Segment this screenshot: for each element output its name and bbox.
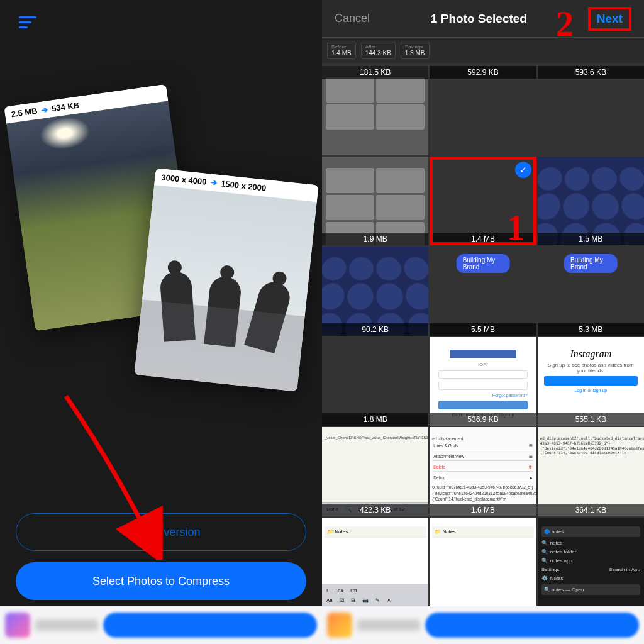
photo-cell[interactable]: 592.9 KB bbox=[430, 66, 536, 155]
photo-grid[interactable]: 181.5 KB 592.9 KB 593.6 KB 1.9 MB ✓ bbox=[322, 66, 644, 606]
photo-cell[interactable]: ed_displacement Lines & Grids⊞ Attachmen… bbox=[430, 427, 536, 516]
photo-cell[interactable]: 1.5 MB bbox=[538, 157, 644, 246]
photo-size: 555.1 KB bbox=[538, 413, 644, 426]
info-before: 1.4 MB bbox=[331, 50, 352, 57]
photo-size: 1.5 MB bbox=[538, 233, 644, 245]
selection-title: 1 Photo Selected bbox=[431, 12, 527, 26]
get-pro-button[interactable]: Get Pro version bbox=[16, 513, 306, 551]
example-card-dimensions: 3000 x 4000 ➔ 1500 x 2000 bbox=[134, 168, 318, 391]
photo-cell[interactable]: 📁 Notes Aa☑⊞📷✎✕ ITheI'm bbox=[322, 518, 428, 607]
photo-size: 593.6 KB bbox=[538, 66, 644, 79]
compression-info-bar: Before1.4 MB After144.3 KB Savings1.3 MB bbox=[322, 38, 644, 63]
card1-before: 2.5 MB bbox=[11, 106, 38, 119]
arrow-right-icon: ➔ bbox=[210, 178, 218, 188]
photo-size: 422.3 KB bbox=[322, 504, 428, 516]
photo-size: 592.9 KB bbox=[430, 66, 536, 79]
photo-size: 5.3 MB bbox=[538, 323, 644, 336]
next-button[interactable]: Next bbox=[597, 12, 623, 25]
photo-cell[interactable]: OR Forgot password? Don't have an accoun… bbox=[430, 337, 536, 426]
photo-cell[interactable]: 1.9 MB bbox=[322, 157, 428, 246]
info-savings: 1.3 MB bbox=[405, 50, 425, 57]
left-header bbox=[0, 0, 322, 44]
photo-size: 536.9 KB bbox=[430, 413, 536, 426]
photo-cell[interactable]: 1.8 MB bbox=[322, 337, 428, 426]
info-after: 144.3 KB bbox=[365, 50, 391, 57]
annotation-box-next: Next bbox=[588, 7, 631, 31]
photo-cell[interactable]: _value_ChemID":8.40,"last_value_Chemical… bbox=[322, 427, 428, 516]
photo-cell[interactable]: Instagram Sign up to see photos and vide… bbox=[538, 337, 644, 426]
photo-size: 364.1 KB bbox=[538, 504, 644, 516]
arrow-right-icon: ➔ bbox=[40, 104, 48, 114]
photo-cell[interactable]: Building My Brand 5.5 MB bbox=[430, 247, 536, 336]
card2-after: 1500 x 2000 bbox=[220, 179, 266, 192]
photo-picker-screen: Cancel 1 Photo Selected Next 2 Before1.4… bbox=[322, 0, 644, 644]
annotation-step-2: 2 bbox=[556, 4, 574, 44]
select-photos-button[interactable]: Select Photos to Compress bbox=[16, 562, 306, 600]
hero-illustration: 2.5 MB ➔ 534 KB 3000 x 4000 ➔ 1500 x 200… bbox=[0, 94, 322, 409]
card2-before: 3000 x 4000 bbox=[161, 172, 207, 186]
photo-cell[interactable]: 593.6 KB bbox=[538, 66, 644, 155]
photo-size: 181.5 KB bbox=[322, 66, 428, 79]
bottom-ad-bar bbox=[322, 606, 644, 644]
photo-cell[interactable]: 📁 Notes bbox=[430, 518, 536, 607]
photo-cell[interactable]: 90.2 KB bbox=[322, 247, 428, 336]
photo-cell[interactable]: 🔵 notes 🔍 notes 🔍 notes folder 🔍 notes a… bbox=[538, 518, 644, 607]
card1-after: 534 KB bbox=[51, 100, 80, 113]
photo-cell[interactable]: Building My Brand 5.3 MB bbox=[538, 247, 644, 336]
annotation-step-1: 1 bbox=[507, 208, 525, 248]
photo-size: 90.2 KB bbox=[322, 323, 428, 336]
photo-size: 1.9 MB bbox=[322, 233, 428, 245]
photo-size: 1.6 MB bbox=[430, 504, 536, 516]
menu-icon[interactable] bbox=[19, 16, 36, 28]
picker-header: Cancel 1 Photo Selected Next bbox=[322, 0, 644, 38]
photo-size: 1.8 MB bbox=[322, 413, 428, 426]
cancel-button[interactable]: Cancel bbox=[335, 12, 370, 25]
bottom-ad-bar bbox=[0, 606, 322, 644]
photo-cell[interactable]: ed_displacementZ":null,"bucketed_distanc… bbox=[538, 427, 644, 516]
photo-size: 5.5 MB bbox=[430, 323, 536, 336]
compress-app-screen: 2.5 MB ➔ 534 KB 3000 x 4000 ➔ 1500 x 200… bbox=[0, 0, 322, 644]
selected-checkmark-icon: ✓ bbox=[515, 162, 531, 178]
photo-cell[interactable]: 181.5 KB bbox=[322, 66, 428, 155]
